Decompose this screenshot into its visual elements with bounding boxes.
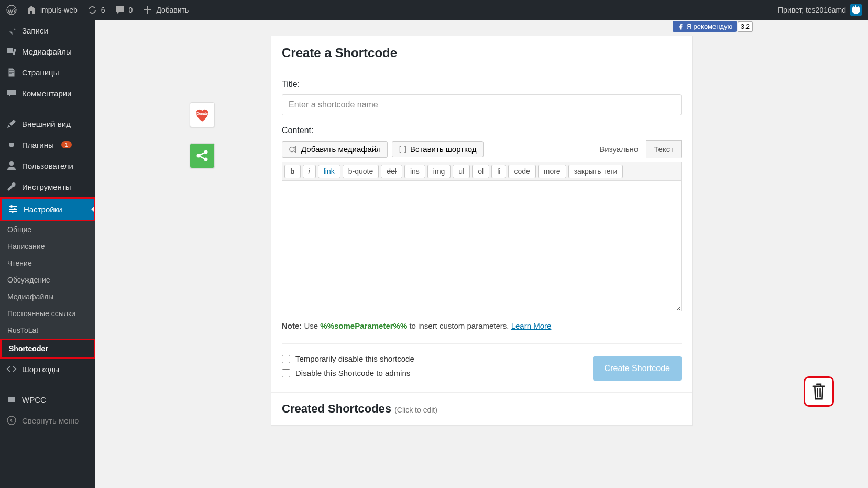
user-icon <box>6 160 17 171</box>
submenu-writing[interactable]: Написание <box>0 238 95 255</box>
trash-button[interactable] <box>804 376 834 407</box>
quicktags-toolbar: b i link b-quote del ins img ul ol li co… <box>282 162 682 180</box>
page-icon <box>6 67 17 78</box>
submenu-reading[interactable]: Чтение <box>0 255 95 272</box>
menu-appearance[interactable]: Внешний вид <box>0 113 95 134</box>
menu-users[interactable]: Пользователи <box>0 155 95 176</box>
insert-shortcode-button[interactable]: Вставить шорткод <box>392 141 484 157</box>
qt-italic[interactable]: i <box>303 165 316 178</box>
menu-label: Шорткоды <box>22 365 59 374</box>
menu-label: Комментарии <box>22 89 71 98</box>
add-new-link[interactable]: Добавить <box>142 5 189 15</box>
qt-bold[interactable]: b <box>284 165 301 178</box>
note-suffix: to insert custom parameters. <box>407 321 511 330</box>
home-icon <box>26 5 37 15</box>
plug-icon <box>6 139 17 150</box>
footer-hint: (Click to edit) <box>394 406 437 414</box>
menu-label: Внешний вид <box>22 120 71 128</box>
admin-toolbar: impuls-web 6 0 Добавить Привет, tes2016a… <box>0 0 868 20</box>
submenu-media[interactable]: Медиафайлы <box>0 288 95 305</box>
qt-ol[interactable]: ol <box>472 165 489 178</box>
menu-tools[interactable]: Инструменты <box>0 176 95 197</box>
submenu-discussion[interactable]: Обсуждение <box>0 272 95 288</box>
comment-icon <box>115 5 125 15</box>
submenu-general[interactable]: Общие <box>0 221 95 238</box>
tab-visual[interactable]: Визуально <box>591 140 646 158</box>
disable-temp-option[interactable]: Temporarily disable this shortcode <box>282 354 414 363</box>
shortcode-content-editor[interactable] <box>282 180 682 311</box>
menu-plugins[interactable]: Плагины1 <box>0 134 95 155</box>
tab-text[interactable]: Текст <box>646 140 682 158</box>
menu-label: Настройки <box>24 205 62 214</box>
logout-button[interactable] <box>850 4 862 16</box>
menu-wpcc[interactable]: WPCC <box>0 389 95 410</box>
qt-close-tags[interactable]: закрыть теги <box>568 165 623 178</box>
greeting-text[interactable]: Привет, tes2016amd <box>778 6 846 14</box>
menu-label: WPCC <box>22 395 46 404</box>
create-shortcode-button[interactable]: Create Shortcode <box>593 356 682 381</box>
menu-collapse[interactable]: Свернуть меню <box>0 410 95 431</box>
note-param: %%someParameter%% <box>320 321 407 330</box>
checkbox-label: Disable this Shortcode to admins <box>295 368 410 377</box>
submenu-rustolat[interactable]: RusToLat <box>0 322 95 339</box>
menu-shortcodes[interactable]: Шорткоды <box>0 359 95 379</box>
wrench-icon <box>6 181 17 192</box>
menu-label: Медиафайлы <box>22 47 72 56</box>
brackets-icon <box>399 145 407 154</box>
footer-title: Created Shortcodes <box>282 402 391 415</box>
site-name-link[interactable]: impuls-web <box>26 5 78 15</box>
disable-admin-option[interactable]: Disable this Shortcode to admins <box>282 368 414 377</box>
qt-bquote[interactable]: b-quote <box>343 165 379 178</box>
pin-icon <box>6 25 17 36</box>
menu-label: Свернуть меню <box>22 416 79 425</box>
svg-point-4 <box>12 211 14 213</box>
plus-icon <box>142 5 152 15</box>
qt-img[interactable]: img <box>427 165 451 178</box>
comments-link[interactable]: 0 <box>115 5 133 15</box>
shortcode-title-input[interactable] <box>282 94 682 115</box>
settings-submenu: Общие Написание Чтение Обсуждение Медиаф… <box>0 221 95 359</box>
updates-link[interactable]: 6 <box>87 5 105 15</box>
content-label: Content: <box>282 126 682 135</box>
button-label: Вставить шорткод <box>410 145 477 154</box>
disable-admin-checkbox[interactable] <box>282 369 290 377</box>
qt-link[interactable]: link <box>318 165 340 178</box>
disable-temp-checkbox[interactable] <box>282 355 290 363</box>
trash-icon <box>810 382 827 401</box>
menu-label: Пользователи <box>22 161 73 170</box>
generic-icon <box>6 394 17 405</box>
qt-del[interactable]: del <box>381 165 402 178</box>
submenu-shortcoder[interactable]: Shortcoder <box>2 340 94 357</box>
plugins-badge: 1 <box>61 141 72 148</box>
menu-posts[interactable]: Записи <box>0 20 95 41</box>
site-name: impuls-web <box>40 6 78 14</box>
svg-point-3 <box>14 208 16 210</box>
qt-ins[interactable]: ins <box>404 165 425 178</box>
menu-settings[interactable]: Настройки <box>2 199 94 220</box>
create-shortcode-panel: Create a Shortcode Title: Content: Добав… <box>271 36 693 426</box>
learn-more-link[interactable]: Learn More <box>511 321 552 330</box>
qt-more[interactable]: more <box>538 165 566 178</box>
svg-point-1 <box>9 161 14 166</box>
qt-li[interactable]: li <box>491 165 506 178</box>
checkbox-label: Temporarily disable this shortcode <box>295 354 414 363</box>
qt-code[interactable]: code <box>508 165 535 178</box>
svg-rect-5 <box>8 397 15 402</box>
add-media-button[interactable]: Добавить медиафайл <box>282 141 388 158</box>
main-content: Create a Shortcode Title: Content: Добав… <box>95 20 868 488</box>
sliders-icon <box>8 204 18 214</box>
menu-comments[interactable]: Комментарии <box>0 83 95 104</box>
menu-label: Записи <box>22 26 48 35</box>
title-label: Title: <box>282 80 682 89</box>
qt-ul[interactable]: ul <box>453 165 470 178</box>
note-text: Note: Use %%someParameter%% to insert cu… <box>282 321 682 330</box>
svg-point-11 <box>290 147 294 151</box>
menu-pages[interactable]: Страницы <box>0 62 95 83</box>
comments-count: 0 <box>129 6 133 14</box>
submenu-permalinks[interactable]: Постоянные ссылки <box>0 305 95 322</box>
button-label: Добавить медиафайл <box>301 145 381 154</box>
wp-logo[interactable] <box>6 5 17 15</box>
note-prefix: Note: <box>282 321 302 330</box>
created-shortcodes-heading: Created Shortcodes (Click to edit) <box>271 392 692 425</box>
menu-media[interactable]: Медиафайлы <box>0 41 95 62</box>
